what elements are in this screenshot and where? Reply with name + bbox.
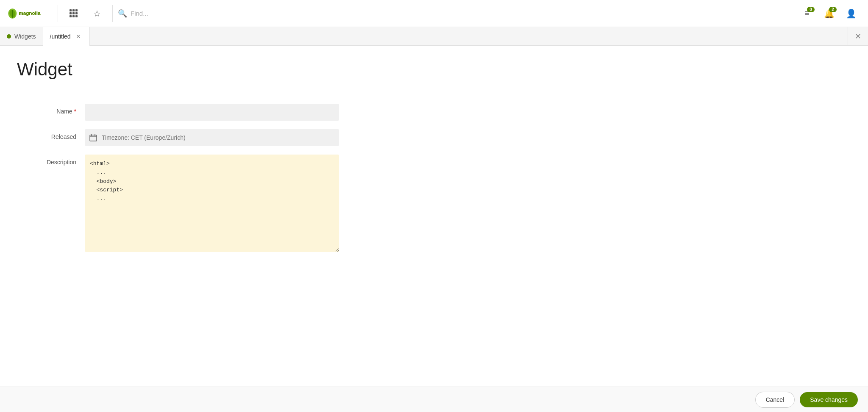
name-label: Name * bbox=[17, 104, 85, 115]
tab-close-right-button[interactable]: ✕ bbox=[848, 27, 868, 46]
cancel-button[interactable]: Cancel bbox=[755, 392, 795, 408]
search-icon: 🔍 bbox=[118, 9, 127, 18]
star-icon: ☆ bbox=[93, 8, 101, 19]
description-row: Description <html> ... <body> <script> .… bbox=[17, 155, 851, 252]
tasks-button[interactable]: ≡ 0 bbox=[797, 3, 817, 24]
notifications-button[interactable]: 🔔 2 bbox=[819, 3, 839, 24]
calendar-icon[interactable] bbox=[85, 129, 102, 146]
svg-rect-5 bbox=[90, 135, 97, 141]
tab-close-button[interactable]: ✕ bbox=[74, 32, 83, 41]
released-field-wrapper bbox=[85, 129, 339, 146]
released-label: Released bbox=[17, 129, 85, 140]
save-button[interactable]: Save changes bbox=[800, 392, 858, 407]
search-area: 🔍 Find... bbox=[118, 9, 499, 18]
main-content: Widget Name * Released bbox=[0, 46, 868, 387]
top-navigation: magnolia magnolia ☆ 🔍 Find... ≡ 0 🔔 2 👤 bbox=[0, 0, 868, 27]
svg-text:magnolia: magnolia bbox=[19, 10, 41, 16]
tab-untitled-label: /untitled bbox=[50, 33, 71, 40]
footer: Cancel Save changes bbox=[0, 387, 868, 412]
user-icon: 👤 bbox=[846, 8, 857, 19]
name-input[interactable] bbox=[85, 104, 339, 121]
tab-status-dot bbox=[7, 34, 11, 39]
grid-icon bbox=[70, 9, 78, 17]
notifications-badge: 2 bbox=[829, 7, 837, 12]
tab-untitled[interactable]: /untitled ✕ bbox=[43, 27, 90, 46]
tab-widgets[interactable]: Widgets bbox=[0, 27, 43, 46]
tasks-badge: 0 bbox=[807, 7, 815, 12]
profile-button[interactable]: 👤 bbox=[841, 3, 861, 24]
close-icon: ✕ bbox=[855, 32, 861, 41]
nav-right: ≡ 0 🔔 2 👤 bbox=[797, 3, 861, 24]
description-label: Description bbox=[17, 155, 85, 166]
logo[interactable]: magnolia magnolia bbox=[7, 6, 49, 21]
required-mark: * bbox=[72, 108, 76, 115]
tab-bar: Widgets /untitled ✕ ✕ bbox=[0, 27, 868, 46]
name-row: Name * bbox=[17, 104, 851, 121]
favorites-button[interactable]: ☆ bbox=[87, 3, 107, 24]
search-placeholder[interactable]: Find... bbox=[131, 10, 148, 17]
page-title: Widget bbox=[0, 46, 868, 90]
tab-widgets-label: Widgets bbox=[14, 33, 36, 40]
released-row: Released bbox=[17, 129, 851, 146]
nav-separator-1 bbox=[58, 5, 58, 22]
form-area: Name * Released Description bbox=[0, 90, 868, 274]
nav-separator-2 bbox=[112, 5, 113, 22]
description-input[interactable]: <html> ... <body> <script> ... bbox=[85, 155, 339, 252]
released-input[interactable] bbox=[102, 134, 339, 141]
apps-button[interactable] bbox=[63, 3, 83, 24]
